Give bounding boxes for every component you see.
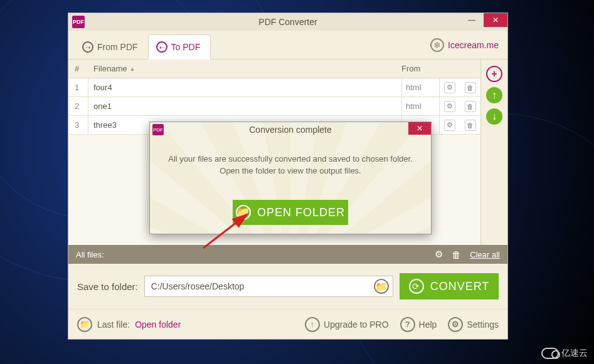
- all-files-label: All files:: [76, 250, 104, 259]
- window-title: PDF Converter: [68, 17, 507, 27]
- row-actions: ⚙ 🗑: [439, 116, 480, 134]
- convert-label: CONVERT: [430, 280, 490, 293]
- browse-folder-button[interactable]: 📁: [374, 279, 389, 294]
- table-row[interactable]: 2 one1 html ⚙ 🗑: [68, 97, 480, 116]
- open-folder-link[interactable]: Open folder: [135, 320, 181, 330]
- row-from: html: [401, 97, 439, 115]
- all-files-gear-icon[interactable]: ⚙: [435, 249, 443, 260]
- gear-icon[interactable]: ⚙: [444, 82, 455, 93]
- refresh-icon: ⟳: [409, 279, 424, 294]
- all-files-bar: All files: ⚙ 🗑 Clear all: [68, 245, 507, 264]
- tab-to-pdf[interactable]: ⇠ To PDF: [148, 34, 211, 60]
- settings-label: Settings: [467, 320, 499, 330]
- col-number[interactable]: #: [68, 64, 88, 73]
- table-header: # Filename ▲ From: [68, 60, 480, 78]
- trash-icon: 🗑: [452, 249, 461, 260]
- tab-label: To PDF: [171, 42, 201, 52]
- col-from[interactable]: From: [401, 64, 439, 73]
- settings-button[interactable]: ⚙ Settings: [448, 317, 499, 332]
- side-buttons: + ↑ ↓: [481, 60, 507, 245]
- last-file-section: 📁 Last file: Open folder: [77, 317, 181, 332]
- gear-icon[interactable]: ⚙: [444, 120, 455, 131]
- col-filename[interactable]: Filename ▲: [88, 64, 401, 73]
- dialog-title: Conversion complete: [150, 125, 431, 135]
- row-from: html: [401, 78, 439, 96]
- close-button[interactable]: ✕: [484, 13, 507, 27]
- help-icon: ?: [400, 317, 415, 332]
- minimize-button[interactable]: —: [460, 13, 484, 27]
- upgrade-label: Upgrade to PRO: [324, 320, 389, 330]
- move-down-button[interactable]: ↓: [486, 108, 502, 125]
- tab-label: From PDF: [97, 42, 138, 52]
- row-number: 3: [68, 116, 88, 134]
- convert-button[interactable]: ⟳ CONVERT: [400, 273, 499, 299]
- trash-icon[interactable]: 🗑: [465, 82, 476, 93]
- footer: 📁 Last file: Open folder ↑ Upgrade to PR…: [68, 309, 507, 339]
- table-row[interactable]: 1 four4 html ⚙ 🗑: [68, 78, 480, 97]
- conversion-complete-dialog: PDF Conversion complete ✕ All your files…: [149, 122, 432, 234]
- watermark-text: 亿速云: [561, 348, 588, 359]
- gear-icon[interactable]: ⚙: [444, 101, 455, 112]
- titlebar: PDF PDF Converter — ✕: [68, 13, 507, 31]
- dialog-close-button[interactable]: ✕: [408, 122, 431, 135]
- brand-text: Icecream.me: [448, 40, 499, 50]
- row-number: 1: [68, 78, 88, 96]
- folder-icon: 📁: [236, 205, 251, 220]
- trash-icon[interactable]: 🗑: [465, 101, 476, 112]
- open-folder-button[interactable]: 📁 OPEN FOLDER: [233, 200, 348, 225]
- dialog-message-line1: All your files are successfully converte…: [168, 153, 413, 165]
- help-label: Help: [419, 320, 437, 330]
- save-to-folder-label: Save to folder:: [77, 281, 138, 292]
- col-filename-label: Filename: [93, 64, 127, 73]
- save-row: Save to folder: 📁 ⟳ CONVERT: [68, 264, 507, 309]
- gear-icon: ⚙: [448, 317, 463, 332]
- row-filename: four4: [88, 83, 401, 92]
- folder-icon: 📁: [77, 317, 92, 332]
- dialog-titlebar: PDF Conversion complete ✕: [150, 122, 431, 137]
- open-folder-label: OPEN FOLDER: [257, 206, 345, 219]
- to-pdf-icon: ⇠: [156, 41, 167, 53]
- app-icon: PDF: [72, 16, 85, 28]
- from-pdf-icon: ⇢: [82, 41, 93, 53]
- row-actions: ⚙ 🗑: [439, 97, 480, 115]
- save-path-input[interactable]: [151, 281, 374, 291]
- last-file-label: Last file:: [97, 320, 130, 330]
- mode-tabs: ⇢ From PDF ⇠ To PDF ❄ Icecream.me: [68, 31, 507, 60]
- row-number: 2: [68, 97, 88, 115]
- dialog-message-line2: Open the folder to view the output files…: [220, 165, 361, 177]
- save-path-field-wrap: 📁: [144, 276, 393, 297]
- move-up-button[interactable]: ↑: [486, 87, 502, 103]
- icecream-icon: ❄: [430, 38, 444, 52]
- row-filename: one1: [88, 101, 401, 111]
- dialog-body: All your files are successfully converte…: [150, 137, 431, 192]
- upgrade-icon: ↑: [305, 317, 320, 332]
- tab-from-pdf[interactable]: ⇢ From PDF: [75, 35, 148, 59]
- help-button[interactable]: ? Help: [400, 317, 437, 332]
- row-actions: ⚙ 🗑: [439, 78, 480, 96]
- trash-icon[interactable]: 🗑: [465, 120, 476, 131]
- clear-all-link[interactable]: Clear all: [470, 250, 500, 259]
- cloud-icon: [541, 348, 559, 359]
- window-controls: — ✕: [460, 13, 507, 27]
- brand-link[interactable]: ❄ Icecream.me: [430, 38, 499, 52]
- watermark: 亿速云: [541, 348, 588, 359]
- upgrade-button[interactable]: ↑ Upgrade to PRO: [305, 317, 389, 332]
- add-file-button[interactable]: +: [486, 66, 502, 82]
- sort-ascending-icon: ▲: [129, 66, 135, 72]
- folder-icon: 📁: [375, 281, 388, 293]
